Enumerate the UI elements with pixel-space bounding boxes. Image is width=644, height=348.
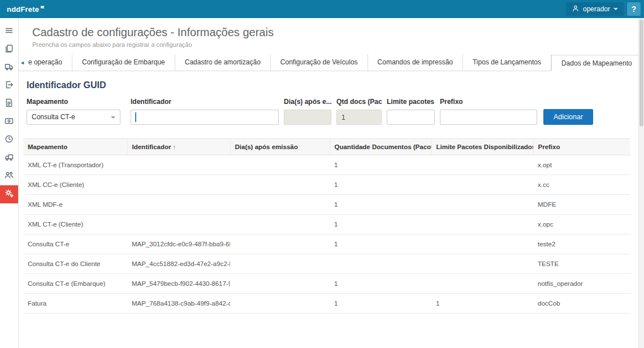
column-header-limite-pacotes[interactable]: Limite Pacotes Disponibilizados [431,139,533,155]
column-header-prefixo[interactable]: Prefixo [533,139,630,155]
topbar: nddFrete operador ? [0,0,644,18]
chevron-down-icon [613,8,618,10]
sidebar-item-payments[interactable] [0,113,18,131]
sidebar-item-transport[interactable] [0,59,18,77]
mapeamentos-table: Mapeamento Identificador↑ Dia(s) após em… [23,138,630,314]
tab-comandos-de-impressao[interactable]: Comandos de impressão [368,54,463,71]
mapeamento-select[interactable]: Consulta CT-e [27,110,120,125]
user-menu-button[interactable]: operador [566,2,624,16]
brand-flag-icon [40,4,45,12]
field-limite-pacotes: Limite pacotes [387,98,435,125]
table-header-row: Mapeamento Identificador↑ Dia(s) após em… [23,139,630,155]
field-mapeamento: Mapeamento Consulta CT-e [27,98,120,125]
tab-configuracao-de-veiculos[interactable]: Configuração de Veículos [271,54,368,71]
column-header-quantidade-documentos[interactable]: Quantidade Documentos (Pacote) [330,139,431,155]
limite-pacotes-label: Limite pacotes [387,98,435,106]
brand-text: nddFrete [7,5,39,14]
limite-pacotes-input[interactable] [387,110,435,125]
dias-label: Dia(s) após e... [284,98,331,106]
tab-content: Identificador GUID Mapeamento Consulta C… [19,80,638,314]
export-icon [4,80,14,92]
page-title: Cadastro de configurações - Informações … [32,26,629,39]
money-icon [4,116,14,128]
field-dias-apos-emissao: Dia(s) após e... [284,98,331,125]
column-header-dias-apos-emissao[interactable]: Dia(s) após emissão [230,139,330,155]
page-header: Cadastro de configurações - Informações … [19,18,638,48]
gears-icon [4,188,14,201]
chevron-down-icon [111,116,115,119]
qtd-docs-label: Qtd docs (Pac... [336,98,382,106]
delivery-truck-icon [4,152,14,164]
sidebar-item-reports[interactable] [0,95,18,113]
tab-configuracao-de-embarque[interactable]: Configuração de Embarque [72,54,175,71]
tab-cadastro-de-amortizacao[interactable]: Cadastro de amortização [175,54,271,71]
copy-icon [4,44,14,56]
mapeamento-selected-value: Consulta CT-e [32,113,75,121]
table-row[interactable]: XML CT-e (Cliente)1x.opc [23,215,630,234]
users-icon [4,170,14,182]
document-icon [4,98,14,110]
guid-form: Mapeamento Consulta CT-e Identificador D… [27,98,630,125]
page-subtitle: Preencha os campos abaixo para registrar… [32,41,629,48]
sort-ascending-icon: ↑ [173,143,176,150]
tab-tipos-de-lancamentos[interactable]: Tipos de Lançamentos [463,54,551,71]
mapeamento-label: Mapeamento [27,98,120,106]
table-row[interactable]: FaturaMAP_768a4138-c9ab-49f9-a842-db40..… [23,294,630,314]
column-header-identificador[interactable]: Identificador↑ [127,139,230,155]
main-content: Cadastro de configurações - Informações … [19,18,638,348]
sidebar-item-settings[interactable] [0,185,18,203]
truck-icon [4,62,14,74]
sidebar [0,18,19,348]
tab-dados-de-mapeamento[interactable]: Dados de Mapeamento [551,55,638,71]
help-button[interactable]: ? [627,2,641,16]
table-row[interactable]: Consulta CT-e do ClienteMAP_4cc51882-ed3… [23,254,630,274]
field-qtd-docs: Qtd docs (Pac... [336,98,382,125]
table-row[interactable]: Consulta CT-e (Embarque)MAP_5479becb-f90… [23,274,630,294]
table-row[interactable]: XML CT-e (Transportador)1x.opt [23,155,630,175]
text-cursor [135,112,136,122]
sidebar-item-documents[interactable] [0,41,18,59]
sidebar-item-menu[interactable] [0,23,18,41]
clock-icon [4,134,14,146]
hamburger-menu-icon [4,25,14,38]
tab-tipos-de-operacao[interactable]: e operação [25,54,72,71]
brand-logo[interactable]: nddFrete [7,5,45,14]
user-icon [572,5,580,14]
column-header-mapeamento[interactable]: Mapeamento [23,139,127,155]
sidebar-item-export[interactable] [0,77,18,95]
section-title: Identificador GUID [27,80,630,90]
vertical-scrollbar[interactable] [638,18,644,348]
table-row[interactable]: XML CC-e (Cliente)1x.cc [23,175,630,195]
prefixo-label: Prefixo [440,98,537,106]
identificador-label: Identificador [131,98,279,106]
tabs-scroll-left-icon[interactable]: ◄ [20,54,25,71]
sidebar-item-history[interactable] [0,131,18,149]
sidebar-item-fleet[interactable] [0,149,18,167]
field-identificador: Identificador [131,98,279,125]
field-prefixo: Prefixo [440,98,537,125]
identificador-input[interactable] [131,110,279,125]
scrollbar-thumb[interactable] [639,19,643,127]
user-label: operador [583,5,610,13]
sidebar-item-users[interactable] [0,167,18,185]
qtd-docs-input [336,110,382,125]
prefixo-input[interactable] [440,110,537,125]
dias-input [284,110,331,125]
table-row[interactable]: XML MDF-e1MDFE [23,195,630,215]
tab-bar: ◄ e operação Configuração de Embarque Ca… [19,54,638,71]
table-row[interactable]: Consulta CT-eMAP_3012cfdc-e0c9-487f-bba9… [23,234,630,254]
adicionar-button[interactable]: Adicionar [543,109,593,125]
